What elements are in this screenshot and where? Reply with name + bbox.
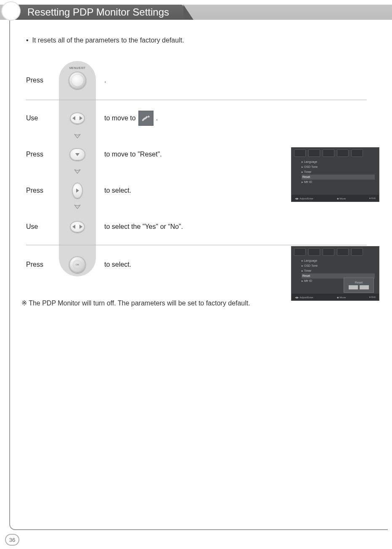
left-right-button-icon [70,112,85,124]
steps-list: Press MENU/EXIT . Use to move to [26,61,367,307]
step-suffix: to select. [96,261,131,268]
step-verb: Press [26,77,59,84]
left-right-button-icon [70,221,85,233]
page-title: Resetting PDP Monitor Settings [11,5,183,20]
step-suffix: to select. [96,187,131,194]
page-header: Resetting PDP Monitor Settings [0,0,392,20]
osd-foot-exit: ● Exit [369,296,376,298]
step-suffix: to select the "Yes" or “No”. [96,223,183,231]
step-row: Press to move to "Reset". [26,136,367,172]
step-suffix-dot: . [156,114,158,122]
step-suffix: . [96,77,106,84]
step-verb: Use [26,114,59,122]
intro-text: It resets all of the parameters to the f… [32,37,184,44]
header-circle-icon [2,2,20,20]
content-area: • It resets all of the parameters to the… [9,20,388,316]
step-verb: Use [26,223,59,231]
right-select-button-icon [72,183,83,199]
osd-foot-exit: ● Exit [369,197,376,199]
down-joystick-icon [69,148,85,161]
step-row: Use to select the "Yes" or “No”. [26,209,367,245]
intro-line: • It resets all of the parameters to the… [26,37,375,44]
ok-button-icon: OK [69,256,86,273]
step-verb: Press [26,187,59,194]
step-verb: Press [26,261,59,268]
note-mark-icon: ※ [21,300,27,307]
footnote-text: The PDP Monitor will turn off. The param… [29,300,250,307]
step-verb: Press [26,151,59,158]
step-suffix: to move to "Reset". [96,151,162,158]
step-row: Press MENU/EXIT . [26,61,367,100]
button-caption: OK [72,260,82,270]
step-row: Press to select. [26,172,367,209]
button-caption: MENU/EXIT [69,66,85,69]
step-row: Use to move to . [26,100,367,136]
step-suffix: to move to . [96,111,158,126]
osd-footer: ◀▶ Adjust/Enter ◆ Move ● Exit [291,294,379,300]
menu-exit-button-icon: MENU/EXIT [69,72,86,89]
osd-foot-move: ◆ Move [337,296,346,299]
page-number: 36 [5,534,19,546]
osd-no-button: No [360,285,369,289]
osd-foot-adjust: ◀▶ Adjust/Enter [295,296,313,299]
step-suffix-text: to move to [104,114,136,122]
bullet-icon: • [26,37,29,44]
step-row: Press OK to select. [26,245,367,284]
osd-yes-button: Yes [349,285,358,289]
tools-icon [138,111,154,126]
